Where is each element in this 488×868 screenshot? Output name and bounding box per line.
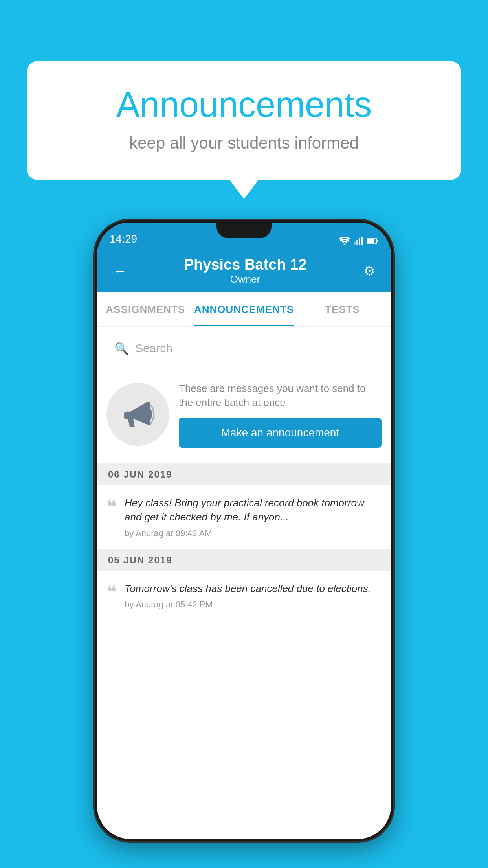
announcement-meta-2: by Anurag at 05:42 PM (125, 600, 382, 610)
svg-rect-1 (354, 242, 356, 245)
app-bar: ← Physics Batch 12 Owner ⚙ (97, 249, 391, 292)
announcement-prompt-card: These are messages you want to send to t… (97, 370, 391, 460)
svg-rect-7 (377, 240, 378, 242)
tabs-bar: ASSIGNMENTS ANNOUNCEMENTS TESTS (97, 292, 391, 327)
megaphone-icon (120, 397, 156, 432)
svg-point-0 (344, 244, 346, 246)
signal-icon (354, 237, 363, 245)
speech-bubble-title: Announcements (58, 85, 430, 125)
battery-icon (367, 237, 378, 245)
app-bar-title: Physics Batch 12 (131, 256, 360, 273)
announcement-icon-circle (106, 383, 169, 446)
wifi-icon (339, 237, 350, 245)
announcement-item-2: ❝ Tomorrow's class has been cancelled du… (97, 571, 391, 620)
app-bar-subtitle: Owner (230, 273, 261, 285)
svg-rect-3 (359, 238, 360, 245)
announcement-prompt-content: These are messages you want to send to t… (179, 381, 382, 448)
speech-bubble: Announcements keep all your students inf… (27, 61, 461, 180)
announcement-description: These are messages you want to send to t… (179, 381, 382, 410)
quote-icon-2: ❝ (106, 583, 117, 610)
speech-bubble-subtitle: keep all your students informed (58, 134, 430, 153)
svg-rect-4 (361, 237, 363, 245)
announcement-text-area-2: Tomorrow's class has been cancelled due … (125, 581, 382, 610)
announcement-meta-1: by Anurag at 09:42 AM (125, 528, 382, 539)
make-announcement-button[interactable]: Make an announcement (179, 418, 382, 448)
search-placeholder: Search (135, 342, 172, 355)
status-icons (339, 237, 378, 245)
announcement-item-1: ❝ Hey class! Bring your practical record… (97, 485, 391, 549)
app-bar-title-block: Physics Batch 12 Owner (131, 256, 360, 285)
svg-rect-6 (367, 239, 374, 243)
phone-screen: 14:29 (97, 223, 391, 839)
phone-notch (216, 223, 272, 238)
tab-assignments[interactable]: ASSIGNMENTS (97, 292, 194, 326)
date-separator-2: 05 JUN 2019 (97, 549, 391, 571)
announcement-text-2: Tomorrow's class has been cancelled due … (125, 581, 382, 596)
search-icon: 🔍 (114, 342, 129, 355)
settings-icon[interactable]: ⚙ (360, 259, 379, 283)
phone-device: 14:29 (95, 220, 393, 841)
announcement-text-1: Hey class! Bring your practical record b… (125, 496, 382, 524)
search-bar[interactable]: 🔍 Search (105, 334, 383, 362)
status-time: 14:29 (110, 233, 137, 245)
speech-bubble-section: Announcements keep all your students inf… (27, 61, 461, 180)
svg-rect-2 (356, 240, 358, 245)
tab-tests[interactable]: TESTS (294, 292, 391, 326)
announcement-text-area-1: Hey class! Bring your practical record b… (125, 496, 382, 539)
quote-icon-1: ❝ (106, 497, 117, 539)
back-button[interactable]: ← (109, 259, 131, 283)
main-content: 🔍 Search These are messages you want to … (97, 327, 391, 839)
tab-announcements[interactable]: ANNOUNCEMENTS (194, 292, 294, 326)
date-separator-1: 06 JUN 2019 (97, 463, 391, 485)
